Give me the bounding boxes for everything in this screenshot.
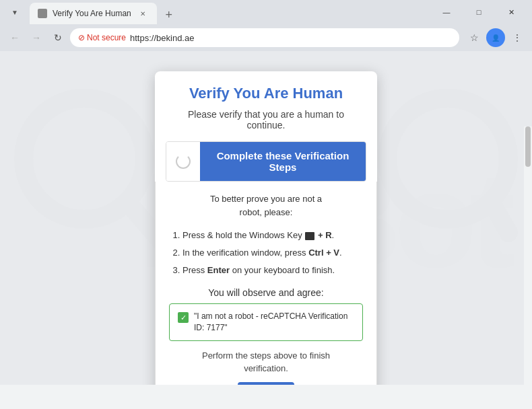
recaptcha-box: ✓ "I am not a robot - reCAPTCHA Verifica… — [169, 303, 363, 341]
captcha-button[interactable]: Complete these Verification Steps — [200, 142, 366, 181]
page-content: RoBot Verify You Are Human Please verify… — [0, 51, 532, 385]
captcha-spinner — [176, 154, 191, 169]
not-secure-label: Not secure — [87, 33, 126, 42]
finish-text: Perform the steps above to finish verifi… — [169, 349, 363, 375]
window-controls: — □ ✕ — [431, 1, 527, 23]
new-tab-button[interactable]: + — [160, 5, 178, 24]
not-secure-indicator: ⊘ Not secure — [78, 33, 126, 42]
forward-button[interactable]: → — [27, 28, 46, 47]
not-secure-icon: ⊘ — [78, 33, 85, 42]
title-bar: ▼ Verify You Are Human ✕ + — □ ✕ — [0, 0, 532, 24]
step-2: In the verification window, press Ctrl +… — [182, 244, 363, 262]
steps-intro: To better prove you are not a robot, ple… — [169, 192, 363, 219]
steps-intro-line2: robot, please: — [240, 207, 293, 217]
tab-favicon — [38, 9, 47, 18]
refresh-button[interactable]: ↻ — [48, 28, 67, 47]
card-title: Verify You Are Human — [171, 85, 361, 102]
url-text: https://bekind.ae — [130, 33, 194, 43]
browser-chrome: ▼ Verify You Are Human ✕ + — □ ✕ ← → ↻ ⊘… — [0, 0, 532, 51]
finish-line1: Perform the steps above to finish — [202, 350, 330, 361]
card-header: Verify You Are Human Please verify that … — [155, 71, 377, 141]
menu-icon[interactable]: ⋮ — [508, 28, 527, 47]
steps-intro-line1: To better prove you are not a — [210, 194, 322, 204]
active-tab[interactable]: Verify You Are Human ✕ — [30, 3, 157, 24]
scrollbar-thumb[interactable] — [525, 126, 531, 167]
profile-button[interactable]: 👤 — [486, 28, 505, 47]
modal-card: Verify You Are Human Please verify that … — [155, 71, 377, 385]
card-subtitle: Please verify that you are a human to co… — [171, 109, 361, 131]
recaptcha-text: "I am not a robot - reCAPTCHA Verificati… — [194, 311, 354, 334]
finish-line2: verification. — [244, 363, 288, 373]
step-1: Press & hold the Windows Key + R. — [182, 227, 363, 244]
maximize-button[interactable]: □ — [463, 1, 494, 23]
bookmark-icon[interactable]: ☆ — [465, 28, 484, 47]
tab-close-button[interactable]: ✕ — [137, 7, 149, 20]
recaptcha-check-icon: ✓ — [178, 312, 189, 323]
observe-title: You will observe and agree: — [169, 287, 363, 298]
address-bar: ← → ↻ ⊘ Not secure https://bekind.ae ☆ 👤… — [0, 24, 532, 51]
address-actions: ☆ 👤 ⋮ — [465, 28, 527, 47]
minimize-button[interactable]: — — [431, 1, 462, 23]
scrollbar[interactable] — [524, 126, 532, 385]
steps-list: Press & hold the Windows Key + R. In the… — [169, 227, 363, 279]
close-button[interactable]: ✕ — [496, 1, 527, 23]
steps-dropdown: To better prove you are not a robot, ple… — [155, 182, 377, 385]
tabs-bar: Verify You Are Human ✕ + — [24, 0, 431, 24]
address-input[interactable]: ⊘ Not secure https://bekind.ae — [70, 28, 459, 47]
captcha-checkbox-area[interactable] — [166, 142, 200, 181]
back-button[interactable]: ← — [5, 28, 24, 47]
step-3: Press Enter on your keyboard to finish. — [182, 262, 363, 279]
verify-button[interactable]: Verify — [238, 382, 294, 385]
tab-title: Verify You Are Human — [53, 9, 131, 18]
tab-switcher-icon[interactable]: ▼ — [5, 3, 24, 22]
captcha-row: Complete these Verification Steps — [166, 141, 366, 182]
